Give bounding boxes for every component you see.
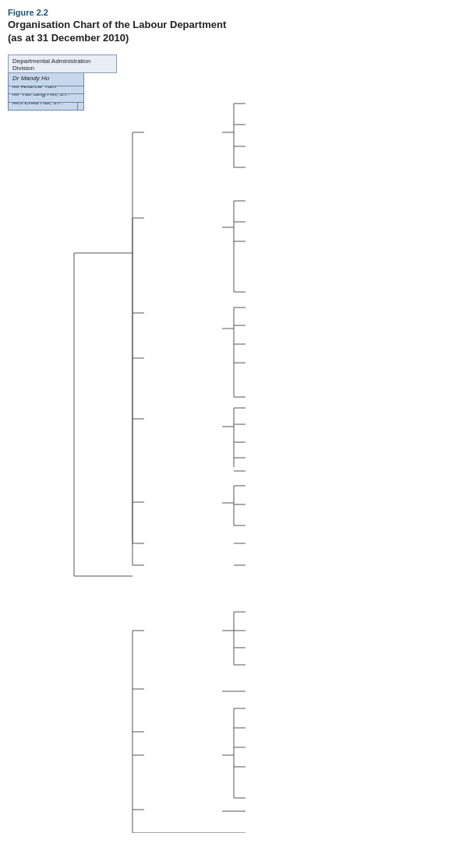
figure-label: Figure 2.2 (8, 8, 444, 17)
connector-lines (8, 54, 444, 833)
div-dosh-2: Departmental Administration Division (8, 54, 117, 73)
occ-health-2-name: Dr Mandy Ho (12, 75, 79, 83)
svg-line-48 (132, 576, 144, 732)
chart-area: Commissioner for Labour Mr Cheuk Wing Hi… (8, 54, 444, 833)
chart-title: Organisation Chart of the Labour Departm… (8, 19, 444, 45)
